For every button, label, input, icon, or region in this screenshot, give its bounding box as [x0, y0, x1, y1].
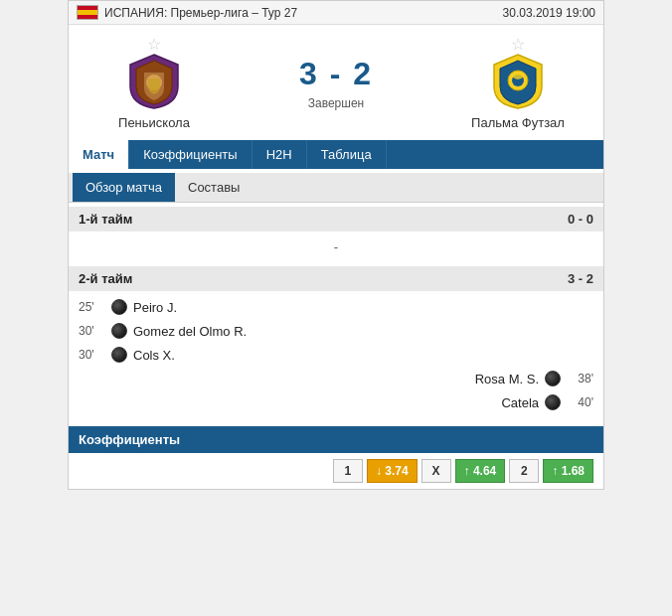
home-team-name: Пеньискола — [118, 115, 190, 130]
event-player-away-0: Rosa M. S. — [475, 372, 539, 386]
home-team-logo — [126, 54, 182, 109]
match-section: ☆ Пеньискола 3 - 2 Завершен ☆ — [69, 25, 603, 140]
tab-coefficients[interactable]: Коэффициенты — [129, 140, 252, 169]
coeff-row: 1 ↓ 3.74 X ↑ 4.64 2 ↑ 1.68 — [69, 453, 603, 489]
event-player-away-1: Catela — [501, 395, 539, 410]
team-away: ☆ Пальма Футзал — [448, 35, 588, 130]
half2-label: 2-й тайм — [79, 271, 132, 286]
header-bar: ИСПАНИЯ: Премьер-лига – Тур 27 30.03.201… — [69, 1, 603, 25]
spain-flag-icon — [77, 5, 98, 20]
event-minute-0: 25' — [79, 300, 110, 314]
goal-ball-icon-away-1 — [544, 393, 562, 411]
sub-tabs: Обзор матча Составы — [69, 173, 603, 203]
goal-ball-icon-away-0 — [544, 370, 562, 387]
coeff-1-key[interactable]: 1 — [333, 459, 363, 483]
event-minute-away-1: 40' — [562, 395, 593, 409]
half1-label: 1-й тайм — [79, 212, 132, 227]
goal-ball-icon-1 — [110, 322, 128, 340]
half2-score: 3 - 2 — [568, 271, 593, 286]
away-team-logo — [490, 54, 546, 109]
event-away-1: Catela 40' — [69, 390, 603, 414]
sub-tab-lineups[interactable]: Составы — [175, 173, 252, 202]
event-home-1: 30' Gomez del Olmo R. — [69, 319, 603, 343]
event-home-0: 25' Peiro J. — [69, 295, 603, 319]
event-player-home-2: Cols X. — [133, 348, 175, 363]
event-minute-1: 30' — [79, 324, 110, 338]
coeff-header: Коэффициенты — [69, 426, 603, 453]
tab-table[interactable]: Таблица — [307, 140, 387, 169]
half1-dash: - — [69, 235, 603, 258]
league-title: ИСПАНИЯ: Премьер-лига – Тур 27 — [104, 6, 297, 20]
team-home: ☆ Пеньискола — [84, 35, 224, 130]
coeff-x-key[interactable]: X — [421, 459, 451, 483]
half1-score: 0 - 0 — [568, 212, 593, 227]
header-left: ИСПАНИЯ: Премьер-лига – Тур 27 — [77, 5, 297, 20]
event-minute-2: 30' — [79, 348, 110, 362]
match-score: 3 - 2 — [299, 56, 373, 92]
half2-events: 25' Peiro J. 30' Gomez del Olmo R. 30' C… — [69, 291, 603, 418]
goal-ball-icon-0 — [110, 298, 128, 316]
tab-match[interactable]: Матч — [69, 140, 129, 169]
away-team-name: Пальма Футзал — [471, 115, 565, 130]
event-player-home-1: Gomez del Olmo R. — [133, 324, 247, 339]
coeff-2-key[interactable]: 2 — [509, 459, 539, 483]
away-favorite-star[interactable]: ☆ — [511, 35, 525, 54]
match-status: Завершен — [308, 96, 364, 110]
home-favorite-star[interactable]: ☆ — [147, 35, 161, 54]
event-minute-away-0: 38' — [562, 372, 593, 385]
match-date: 30.03.2019 19:00 — [503, 6, 595, 20]
score-center: 3 - 2 Завершен — [224, 56, 448, 110]
half1-header: 1-й тайм 0 - 0 — [69, 207, 603, 231]
half2-header: 2-й тайм 3 - 2 — [69, 266, 603, 291]
coeff-x-value[interactable]: ↑ 4.64 — [455, 459, 506, 483]
event-player-home-0: Peiro J. — [133, 300, 177, 315]
half1-events: - — [69, 231, 603, 262]
coeff-label: Коэффициенты — [79, 432, 180, 447]
event-away-0: Rosa M. S. 38' — [69, 367, 603, 390]
tab-h2h[interactable]: Н2Н — [252, 140, 307, 169]
goal-ball-icon-2 — [110, 346, 128, 364]
sub-tab-overview[interactable]: Обзор матча — [73, 173, 175, 202]
coeff-1-value[interactable]: ↓ 3.74 — [367, 459, 418, 483]
main-tabs: Матч Коэффициенты Н2Н Таблица — [69, 140, 603, 169]
event-home-2: 30' Cols X. — [69, 343, 603, 367]
coeff-2-value[interactable]: ↑ 1.68 — [543, 459, 593, 483]
